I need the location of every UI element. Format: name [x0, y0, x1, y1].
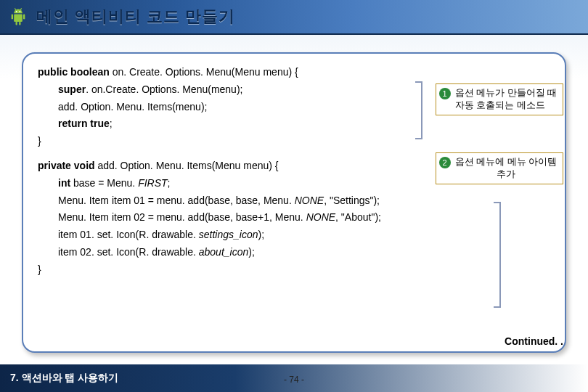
- chapter-label: 7. 액션바와 탭 사용하기: [10, 372, 118, 385]
- svg-rect-0: [14, 15, 23, 23]
- svg-rect-4: [19, 22, 20, 25]
- svg-rect-2: [23, 15, 25, 20]
- bracket-1: [415, 81, 422, 139]
- code-line: public boolean on. Create. Options. Menu…: [38, 64, 550, 81]
- code-line: }: [38, 133, 550, 150]
- continued-label: Continued. .: [505, 335, 563, 347]
- badge-1: 1: [439, 88, 451, 99]
- callout-1: 1 옵션 메뉴가 만들어질 때자동 호출되는 메소드: [436, 83, 563, 115]
- page-number: - 74 -: [284, 375, 304, 385]
- bracket-2: [494, 202, 501, 308]
- code-line: item 01. set. Icon(R. drawable. settings…: [38, 226, 550, 244]
- code-line: item 02. set. Icon(R. drawable. about_ic…: [38, 244, 550, 261]
- svg-rect-1: [12, 15, 13, 20]
- svg-point-8: [19, 11, 20, 12]
- svg-line-6: [20, 8, 22, 10]
- page-title: 메인 액티비티 코드 만들기: [36, 6, 235, 28]
- callout-2: 2 옵션 메뉴에 메뉴 아이템추가: [436, 152, 563, 184]
- badge-2: 2: [439, 157, 451, 168]
- android-icon: [7, 4, 29, 29]
- svg-point-7: [16, 11, 17, 12]
- code-line: Menu. Item item 01 = menu. add(base, bas…: [38, 192, 550, 210]
- code-line: }: [38, 261, 550, 279]
- svg-rect-3: [16, 22, 17, 25]
- code-line: Menu. Item item 02 = menu. add(base, bas…: [38, 209, 550, 226]
- svg-line-5: [15, 8, 16, 10]
- header-bar: 메인 액티비티 코드 만들기: [0, 0, 588, 35]
- code-line: return true;: [38, 115, 550, 133]
